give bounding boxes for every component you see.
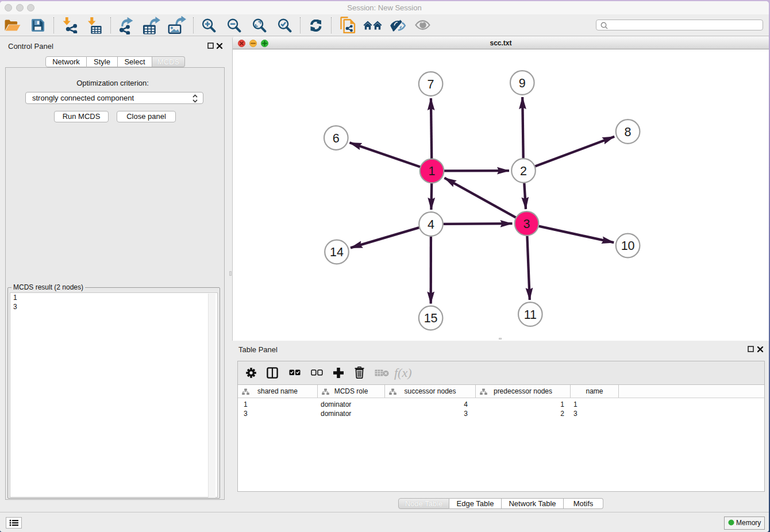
svg-text:1: 1 [429,164,436,178]
svg-text:6: 6 [333,132,340,145]
svg-text:3: 3 [523,217,530,231]
svg-text:9: 9 [519,76,526,90]
svg-text:2: 2 [520,164,527,178]
svg-text:11: 11 [524,308,537,322]
svg-text:15: 15 [424,311,438,325]
svg-text:14: 14 [330,245,344,259]
svg-text:7: 7 [428,78,434,91]
svg-text:4: 4 [428,218,434,232]
svg-text:8: 8 [625,125,632,139]
svg-text:10: 10 [621,239,635,253]
